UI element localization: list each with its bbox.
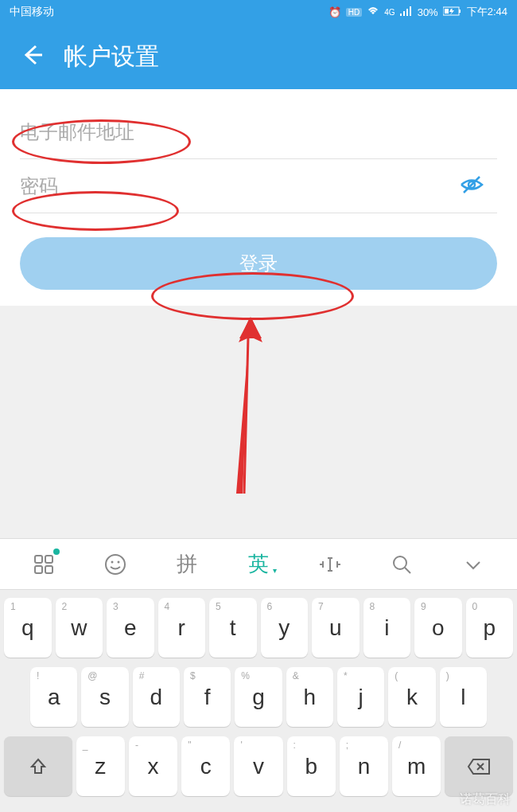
keyboard-apps-icon[interactable] bbox=[24, 545, 64, 584]
svg-marker-10 bbox=[239, 317, 262, 338]
keyboard-toolbar: 拼 英 bbox=[0, 538, 517, 590]
keyboard-search-icon[interactable] bbox=[382, 545, 422, 584]
svg-rect-2 bbox=[406, 9, 408, 16]
keyboard: 拼 英 1q2w3e4r5t6y7u8i9o0p !a@s#d$f%g&h*j(… bbox=[0, 538, 517, 812]
signal-icon bbox=[400, 6, 413, 18]
key-q[interactable]: 1q bbox=[4, 598, 52, 658]
key-b[interactable]: :b bbox=[287, 736, 336, 796]
svg-rect-14 bbox=[45, 566, 52, 573]
time-label: 下午2:44 bbox=[467, 5, 507, 19]
watermark: 诺葛百科 bbox=[460, 791, 511, 808]
content-area: 登录 bbox=[0, 89, 517, 306]
password-field[interactable] bbox=[20, 175, 497, 197]
status-bar: 中国移动 ⏰ HD 4G 30% 下午2:44 bbox=[0, 0, 517, 24]
svg-rect-6 bbox=[445, 9, 449, 14]
svg-rect-12 bbox=[45, 556, 52, 563]
svg-point-18 bbox=[394, 556, 406, 569]
carrier-label: 中国移动 bbox=[10, 5, 54, 19]
keyboard-row-3: _z-x"c'v:b;n/m bbox=[4, 736, 513, 796]
svg-point-15 bbox=[106, 555, 125, 574]
key-i[interactable]: 8i bbox=[363, 598, 411, 658]
back-arrow-icon[interactable] bbox=[20, 43, 44, 70]
key-g[interactable]: %g bbox=[235, 667, 282, 727]
svg-rect-11 bbox=[35, 556, 42, 563]
network-icon: 4G bbox=[384, 8, 395, 17]
page-title: 帐户设置 bbox=[64, 41, 159, 73]
keyboard-pinyin-button[interactable]: 拼 bbox=[167, 545, 207, 584]
keyboard-row-1: 1q2w3e4r5t6y7u8i9o0p bbox=[4, 598, 513, 658]
key-m[interactable]: /m bbox=[392, 736, 441, 796]
key-p[interactable]: 0p bbox=[466, 598, 514, 658]
svg-line-19 bbox=[405, 568, 410, 573]
key-v[interactable]: 'v bbox=[234, 736, 282, 796]
keyboard-cursor-icon[interactable] bbox=[310, 545, 350, 584]
battery-icon bbox=[443, 6, 462, 18]
wifi-icon bbox=[367, 6, 379, 18]
keyboard-row-2: !a@s#d$f%g&h*j(k)l bbox=[4, 667, 513, 727]
keyboard-emoji-icon[interactable] bbox=[95, 545, 135, 584]
battery-label: 30% bbox=[418, 6, 438, 18]
svg-rect-3 bbox=[410, 6, 411, 16]
key-w[interactable]: 2w bbox=[56, 598, 103, 658]
login-button[interactable]: 登录 bbox=[20, 237, 497, 290]
alarm-icon: ⏰ bbox=[328, 6, 341, 18]
backspace-key[interactable] bbox=[445, 736, 513, 796]
svg-rect-0 bbox=[400, 14, 402, 16]
keyboard-rows: 1q2w3e4r5t6y7u8i9o0p !a@s#d$f%g&h*j(k)l … bbox=[0, 590, 517, 812]
key-u[interactable]: 7u bbox=[312, 598, 360, 658]
key-s[interactable]: @s bbox=[81, 667, 128, 727]
key-l[interactable]: )l bbox=[440, 667, 487, 727]
keyboard-collapse-icon[interactable] bbox=[453, 545, 493, 584]
key-d[interactable]: #d bbox=[133, 667, 180, 727]
password-input-group bbox=[20, 159, 497, 213]
annotation-arrow bbox=[227, 314, 274, 498]
svg-rect-13 bbox=[35, 566, 42, 573]
svg-line-9 bbox=[464, 177, 480, 193]
key-n[interactable]: ;n bbox=[340, 736, 388, 796]
key-h[interactable]: &h bbox=[286, 667, 333, 727]
hd-icon: HD bbox=[346, 8, 362, 17]
key-c[interactable]: "c bbox=[181, 736, 230, 796]
svg-point-16 bbox=[111, 560, 114, 563]
key-e[interactable]: 3e bbox=[107, 598, 154, 658]
key-k[interactable]: (k bbox=[388, 667, 435, 727]
toggle-password-visibility-icon[interactable] bbox=[458, 171, 485, 201]
key-y[interactable]: 6y bbox=[261, 598, 309, 658]
svg-rect-5 bbox=[459, 10, 461, 13]
status-right: ⏰ HD 4G 30% 下午2:44 bbox=[328, 5, 507, 19]
shift-key[interactable] bbox=[4, 736, 72, 796]
key-z[interactable]: _z bbox=[76, 736, 125, 796]
email-field[interactable] bbox=[20, 121, 497, 143]
svg-rect-1 bbox=[403, 11, 405, 16]
email-input-group bbox=[20, 105, 497, 159]
key-a[interactable]: !a bbox=[30, 667, 77, 727]
key-r[interactable]: 4r bbox=[158, 598, 206, 658]
key-o[interactable]: 9o bbox=[414, 598, 462, 658]
keyboard-english-button[interactable]: 英 bbox=[239, 545, 278, 584]
header: 帐户设置 bbox=[0, 24, 517, 89]
key-x[interactable]: -x bbox=[129, 736, 177, 796]
key-j[interactable]: *j bbox=[337, 667, 384, 727]
key-t[interactable]: 5t bbox=[209, 598, 257, 658]
svg-point-17 bbox=[118, 560, 120, 563]
key-f[interactable]: $f bbox=[184, 667, 231, 727]
